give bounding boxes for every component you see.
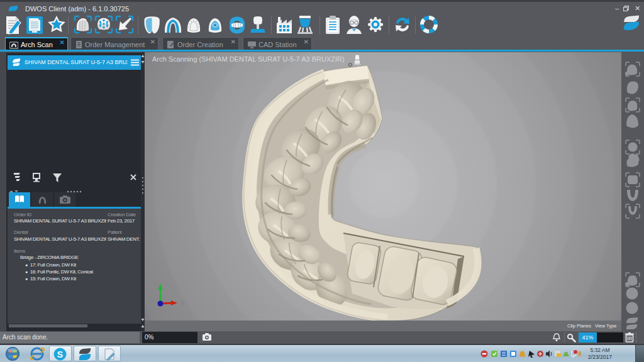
svg-text:S: S <box>57 349 63 359</box>
svg-text:D: D <box>181 301 184 305</box>
